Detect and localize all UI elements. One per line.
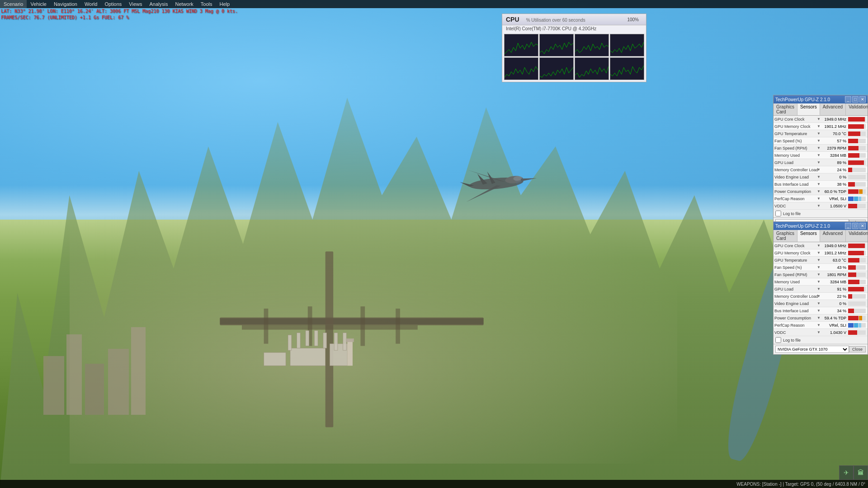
gpuz-titlebar-buttons-2: _ □ ✕ (844, 223, 866, 229)
status-bar: WEAPONS: [Station -] | Target: GPS 0, (5… (0, 480, 868, 488)
menu-navigation[interactable]: Navigation (50, 0, 81, 8)
gpuz-maximize-2[interactable]: □ (852, 223, 859, 229)
hud-line2: FRAMES/SEC: 76.7 (UNLIMITED) +1.1 Gs FUE… (1, 14, 238, 21)
gpuz-row-label-7: Memory Controller Load (774, 294, 815, 299)
gpuz-tabs-1: Graphics Card Sensors Advanced Validatio… (774, 103, 868, 116)
gpuz-row-label-2: GPU Temperature (774, 258, 815, 263)
gpuz-tab-sensors-2[interactable]: Sensors (797, 230, 820, 242)
gpuz-row-10: Power Consumption▼59.4 % TDP (774, 314, 868, 322)
gpuz-row-value-8: 0 % (822, 301, 847, 306)
gpuz-row-value-3: 43 % (822, 265, 847, 270)
gpuz-row-label-12: VDDC (774, 204, 815, 208)
gpuz-row-arrow-5: ▼ (815, 153, 822, 157)
gpuz-log-checkbox-2[interactable] (775, 337, 781, 343)
menu-network[interactable]: Network (171, 0, 197, 8)
gpuz-gpu-select-2[interactable]: NVIDIA GeForce GTX 1070 (775, 346, 849, 353)
bottom-icon-1[interactable]: ✈ (839, 465, 854, 480)
gpuz-tab-advanced-1[interactable]: Advanced (820, 103, 846, 115)
gpuz-row-bar-5 (848, 280, 866, 284)
gpuz-tab-graphics-card-2[interactable]: Graphics Card (774, 230, 797, 242)
gpuz-row-bar-2 (848, 258, 866, 263)
gpuz-row-7: Memory Controller Load▼24 % (774, 166, 868, 174)
hud-info: LAT: N33° 21.98' LON: E110° 16.24' ALT: … (1, 8, 238, 21)
cpu-graph-core3 (575, 34, 609, 56)
gpuz-row-bar-10 (848, 316, 866, 320)
gpuz-row-value-6: 91 % (822, 287, 847, 291)
gpuz-panel-2: TechPowerUp GPU-Z 2.1.0 _ □ ✕ Graphics C… (773, 221, 868, 355)
gpuz-log-checkbox-1[interactable] (775, 211, 781, 216)
svg-rect-4 (264, 309, 268, 344)
gpuz-row-value-12: 1.0430 V (822, 330, 847, 335)
gpuz-row-value-8: 0 % (822, 175, 847, 179)
gpuz-row-bar-3 (848, 265, 866, 270)
bottom-icon-2[interactable]: 🏛 (854, 465, 868, 480)
gpuz-row-arrow-1: ▼ (815, 251, 822, 255)
cpu-graphs-grid (502, 32, 646, 82)
cpu-graph-core2 (539, 34, 574, 56)
gpuz-row-5: Memory Used▼3284 MB (774, 278, 868, 286)
gpuz-row-9: Bus Interface Load▼38 % (774, 181, 868, 188)
menu-views[interactable]: Views (125, 0, 146, 8)
menu-scenario[interactable]: Scenario (0, 0, 27, 8)
gpuz-row-arrow-3: ▼ (815, 265, 822, 269)
menubar: Scenario Vehicle Navigation World Option… (0, 0, 868, 8)
gpuz-row-label-4: Fan Speed (RPM) (774, 146, 815, 150)
menu-options[interactable]: Options (101, 0, 125, 8)
svg-rect-1 (220, 318, 483, 324)
gpuz-row-value-10: 59.4 % TDP (822, 316, 847, 320)
gpuz-tab-advanced-2[interactable]: Advanced (820, 230, 846, 242)
gpuz-title-2: TechPowerUp GPU-Z 2.1.0 (775, 224, 830, 229)
gpuz-row-12: VDDC▼1.0430 V (774, 329, 868, 336)
bottom-icons: ✈ 🏛 (839, 465, 868, 480)
gpuz-row-arrow-8: ▼ (815, 175, 822, 179)
gpuz-titlebar-1: TechPowerUp GPU-Z 2.1.0 _ □ ✕ (774, 95, 868, 103)
menu-tools[interactable]: Tools (197, 0, 216, 8)
gpuz-row-arrow-11: ▼ (815, 197, 822, 201)
gpuz-row-arrow-1: ▼ (815, 124, 822, 128)
gpuz-row-arrow-5: ▼ (815, 280, 822, 284)
gpuz-tab-graphics-card-1[interactable]: Graphics Card (774, 103, 797, 115)
gpuz-row-value-11: VRel, SLI (822, 197, 847, 201)
cpu-graph-core4 (610, 34, 644, 56)
gpuz-row-value-9: 38 % (822, 182, 847, 187)
gpuz-minimize-2[interactable]: _ (845, 223, 851, 229)
gpuz-row-value-7: 22 % (822, 294, 847, 299)
gpuz-row-arrow-6: ▼ (815, 160, 822, 164)
gpuz-panel-1: TechPowerUp GPU-Z 2.1.0 _ □ ✕ Graphics C… (773, 95, 868, 228)
cpu-subtitle: % Utilisation over 60 seconds (526, 18, 585, 23)
sim-viewport (0, 0, 868, 488)
gpuz-row-label-2: GPU Temperature (774, 131, 815, 136)
svg-rect-18 (347, 339, 353, 366)
gpuz-row-bar-11 (848, 323, 866, 328)
gpuz-close-btn-2[interactable]: Close (849, 346, 866, 352)
svg-rect-10 (264, 352, 286, 366)
gpuz-minimize-1[interactable]: _ (845, 96, 851, 103)
menu-world[interactable]: World (81, 0, 101, 8)
gpuz-tab-validation-1[interactable]: Validation (846, 103, 868, 115)
gpuz-titlebar-buttons-1: _ □ ✕ (844, 96, 866, 103)
gpuz-tab-sensors-1[interactable]: Sensors (797, 103, 820, 115)
menu-vehicle[interactable]: Vehicle (27, 0, 50, 8)
gpuz-row-value-6: 89 % (822, 160, 847, 165)
gpuz-close-2[interactable]: ✕ (859, 223, 866, 229)
gpuz-row-bar-10 (848, 189, 866, 194)
menu-help[interactable]: Help (216, 0, 234, 8)
gpuz-close-1[interactable]: ✕ (859, 96, 866, 103)
gpuz-row-label-5: Memory Used (774, 153, 815, 158)
gpuz-row-value-12: 1.0500 V (822, 204, 847, 208)
gpuz-tab-validation-2[interactable]: Validation (846, 230, 868, 242)
hud-line1: LAT: N33° 21.98' LON: E110° 16.24' ALT: … (1, 8, 238, 14)
gpuz-row-value-5: 3284 MB (822, 153, 847, 158)
gpuz-row-bar-7 (848, 168, 866, 172)
gpuz-row-arrow-11: ▼ (815, 323, 822, 327)
gpuz-title-1: TechPowerUp GPU-Z 2.1.0 (775, 97, 830, 102)
gpuz-row-bar-1 (848, 124, 866, 129)
gpuz-row-bar-0 (848, 117, 866, 122)
buildings (43, 268, 147, 415)
menu-analysis[interactable]: Analysis (146, 0, 172, 8)
gpuz-maximize-1[interactable]: □ (852, 96, 859, 103)
gpuz-row-8: Video Engine Load▼0 % (774, 300, 868, 307)
gpuz-row-arrow-2: ▼ (815, 131, 822, 136)
gpuz-row-bar-1 (848, 251, 866, 255)
gpuz-row-arrow-8: ▼ (815, 301, 822, 305)
